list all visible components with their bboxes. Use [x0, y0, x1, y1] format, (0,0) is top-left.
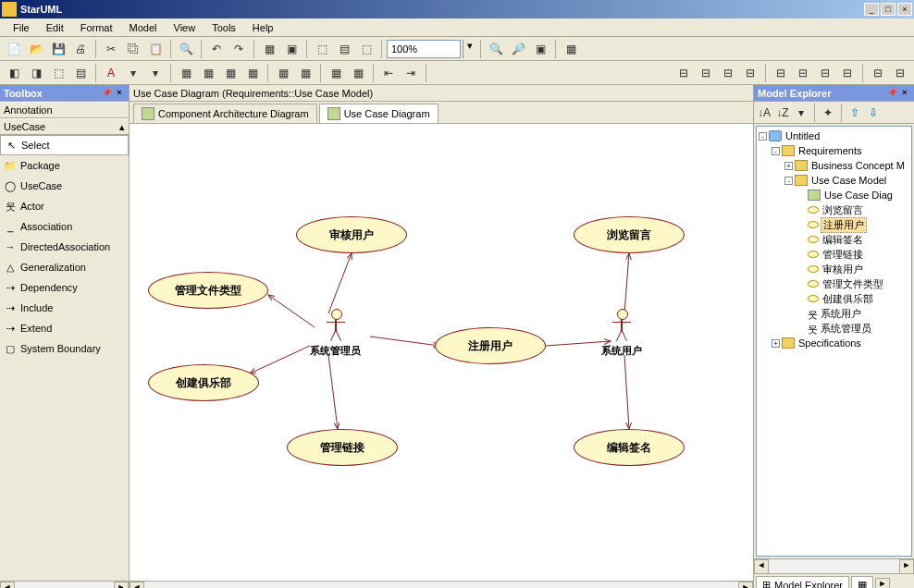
align-1[interactable]: ⊟ — [673, 63, 694, 83]
tab-model-explorer[interactable]: ⊞Model Explorer — [756, 576, 849, 588]
close-button[interactable]: × — [897, 3, 912, 16]
menu-help[interactable]: Help — [245, 20, 281, 35]
scroll-right-icon[interactable]: ► — [114, 582, 129, 588]
align-6[interactable]: ⊟ — [793, 63, 813, 83]
tree-item[interactable]: 审核用户 — [821, 263, 865, 276]
zoom-in-icon[interactable]: 🔎 — [508, 39, 528, 59]
menu-edit[interactable]: Edit — [39, 20, 71, 35]
line-color-icon[interactable]: ▾ — [145, 63, 166, 83]
zoom-out-icon[interactable]: 🔍 — [486, 39, 506, 59]
actor-a1[interactable]: 系统管理员 — [310, 309, 361, 358]
toolbox-section-annotation[interactable]: Annotation — [0, 102, 129, 118]
exp-sort2-icon[interactable]: ↓Z — [774, 104, 791, 121]
tree-item[interactable]: 注册用户 — [821, 217, 867, 233]
exp-scroll-right[interactable]: ► — [899, 559, 914, 574]
tree-item[interactable]: 浏览留言 — [821, 203, 865, 217]
toolbox-item-system-boundary[interactable]: ▢System Boundary — [0, 338, 129, 359]
close-panel-icon[interactable]: × — [114, 88, 125, 99]
exp-refresh-icon[interactable]: ✦ — [820, 104, 836, 121]
cut-icon[interactable]: ✂ — [101, 39, 121, 59]
fmt-2[interactable]: ◨ — [26, 63, 46, 83]
tab-diagram-explorer[interactable]: ▦ — [851, 576, 873, 588]
tree-item[interactable]: 编辑签名 — [821, 233, 865, 247]
tree-item[interactable]: 系统用户 — [819, 307, 863, 321]
tb-btn-6[interactable]: ▦ — [561, 39, 581, 59]
tabs-scroll-right[interactable]: ► — [875, 578, 890, 589]
exp-down-icon[interactable]: ⇩ — [865, 104, 882, 121]
tree-toggle[interactable]: - — [759, 132, 767, 141]
canvas-scroll-right[interactable]: ► — [738, 582, 753, 588]
align-8[interactable]: ⊟ — [837, 63, 858, 83]
usecase-uc7[interactable]: 编辑签名 — [574, 429, 685, 466]
fmt-11[interactable]: ▦ — [326, 63, 346, 83]
fmt-5[interactable]: ▦ — [176, 63, 196, 83]
align-7[interactable]: ⊟ — [815, 63, 835, 83]
collapse-icon[interactable]: ▴ — [119, 121, 125, 133]
tb-btn-1[interactable]: ▦ — [259, 39, 279, 59]
fmt-14[interactable]: ⇥ — [401, 63, 421, 83]
usecase-uc3[interactable]: 管理文件类型 — [148, 272, 268, 309]
toolbox-item-generalization[interactable]: △Generalization — [0, 257, 129, 277]
toolbox-item-actor[interactable]: 웃Actor — [0, 196, 129, 216]
toolbox-item-include[interactable]: ⇢Include — [0, 298, 129, 318]
exp-up-icon[interactable]: ⇧ — [846, 104, 863, 121]
fmt-7[interactable]: ▦ — [220, 63, 241, 83]
undo-icon[interactable]: ↶ — [206, 39, 227, 59]
usecase-uc4[interactable]: 注册用户 — [435, 327, 546, 364]
open-icon[interactable]: 📂 — [26, 39, 46, 59]
toolbox-item-usecase[interactable]: ◯UseCase — [0, 176, 129, 196]
fmt-10[interactable]: ▦ — [295, 63, 315, 83]
paste-icon[interactable]: 📋 — [145, 39, 166, 59]
align-3[interactable]: ⊟ — [718, 63, 738, 83]
pin-icon[interactable]: 📌 — [101, 88, 112, 99]
fill-color-icon[interactable]: ▾ — [123, 63, 143, 83]
actor-a2[interactable]: 系统用户 — [601, 309, 642, 358]
toolbox-section-usecase[interactable]: UseCase▴ — [0, 118, 129, 135]
exp-sort1-icon[interactable]: ↓A — [756, 104, 772, 121]
menu-tools[interactable]: Tools — [204, 20, 243, 35]
menu-model[interactable]: Model — [122, 20, 165, 35]
tree-item[interactable]: 管理文件类型 — [821, 277, 885, 291]
usecase-uc6[interactable]: 管理链接 — [287, 429, 398, 466]
toolbox-item-directedassociation[interactable]: →DirectedAssociation — [0, 237, 129, 257]
close-panel-icon[interactable]: × — [899, 88, 910, 99]
usecase-uc1[interactable]: 审核用户 — [296, 216, 407, 253]
menu-view[interactable]: View — [167, 20, 204, 35]
tree-item[interactable]: 管理链接 — [821, 248, 865, 262]
tb-btn-4[interactable]: ▤ — [334, 39, 354, 59]
explorer-tree[interactable]: -Untitled -Requirements +Business Concep… — [756, 126, 912, 557]
fmt-3[interactable]: ⬚ — [48, 63, 68, 83]
diagram-canvas[interactable]: 审核用户浏览留言管理文件类型注册用户创建俱乐部管理链接编辑签名系统管理员系统用户 — [130, 124, 753, 581]
print-icon[interactable]: 🖨 — [70, 39, 91, 59]
menu-format[interactable]: Format — [73, 20, 120, 35]
toolbox-item-package[interactable]: 📁Package — [0, 155, 129, 176]
tree-item[interactable]: 创建俱乐部 — [821, 292, 875, 306]
font-color-icon[interactable]: A — [101, 63, 121, 83]
fmt-13[interactable]: ⇤ — [378, 63, 399, 83]
toolbox-item-association[interactable]: ⎯Association — [0, 216, 129, 237]
fmt-9[interactable]: ▦ — [273, 63, 293, 83]
toolbox-item-extend[interactable]: ⇢Extend — [0, 318, 129, 338]
save-icon[interactable]: 💾 — [48, 39, 68, 59]
pin-icon[interactable]: 📌 — [886, 88, 897, 99]
tb-btn-3[interactable]: ⬚ — [312, 39, 332, 59]
toolbox-item-select[interactable]: ↖Select — [0, 135, 129, 155]
maximize-button[interactable]: □ — [881, 3, 895, 16]
zoom-input[interactable]: 100% — [387, 40, 461, 58]
minimize-button[interactable]: _ — [864, 3, 879, 16]
fmt-4[interactable]: ▤ — [70, 63, 91, 83]
align-4[interactable]: ⊟ — [740, 63, 760, 83]
tb-btn-2[interactable]: ▣ — [281, 39, 302, 59]
new-icon[interactable]: 📄 — [4, 39, 24, 59]
find-icon[interactable]: 🔍 — [176, 39, 196, 59]
usecase-uc2[interactable]: 浏览留言 — [574, 216, 685, 253]
zoom-dropdown-icon[interactable]: ▾ — [463, 40, 476, 58]
copy-icon[interactable]: ⿻ — [123, 39, 143, 59]
align-9[interactable]: ⊟ — [868, 63, 888, 83]
tree-toggle[interactable]: + — [772, 339, 780, 348]
scroll-left-icon[interactable]: ◄ — [0, 582, 15, 588]
tab-component-diagram[interactable]: Component Architecture Diagram — [133, 104, 317, 123]
exp-scroll-left[interactable]: ◄ — [754, 559, 769, 574]
fmt-8[interactable]: ▦ — [242, 63, 263, 83]
menu-file[interactable]: File — [6, 20, 37, 35]
